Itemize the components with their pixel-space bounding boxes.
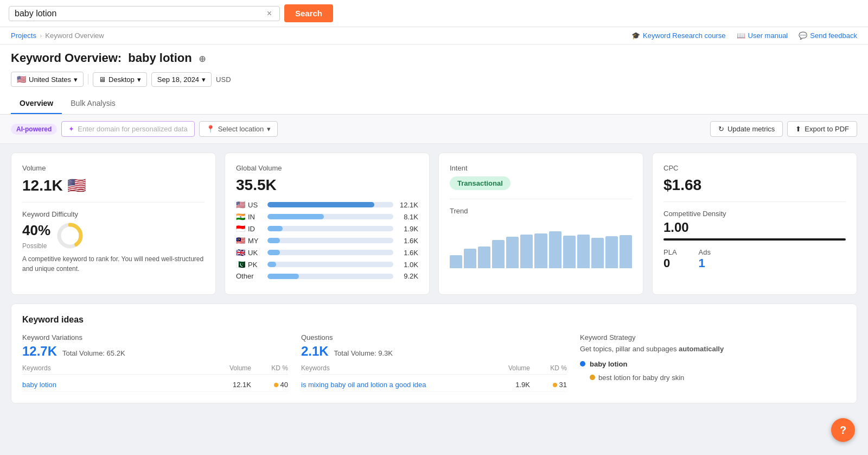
- questions-title: Questions: [301, 333, 567, 342]
- bar-row-us: 🇺🇸US 12.1K: [236, 200, 418, 209]
- add-keyword-icon[interactable]: ⊕: [199, 54, 206, 64]
- strategy-keyword-2: best lotion for baby dry skin: [598, 374, 684, 382]
- trend-bar-7: [534, 233, 547, 268]
- strategy-item-2: best lotion for baby dry skin: [590, 374, 846, 382]
- strategy-dot-yellow: [590, 375, 595, 380]
- send-feedback-link[interactable]: 💬 Send feedback: [799, 31, 857, 40]
- trend-chart: [450, 219, 632, 268]
- donut-chart: [56, 222, 84, 250]
- manual-icon: 📖: [737, 31, 745, 40]
- us-flag-icon: 🇺🇸: [17, 75, 26, 84]
- breadcrumb-current: Keyword Overview: [45, 31, 104, 40]
- intent-badge: Transactional: [450, 176, 510, 190]
- keyword-ideas-card: Keyword ideas Keyword Variations 12.7K T…: [11, 304, 857, 403]
- chevron-down-icon-date: ▾: [202, 75, 206, 84]
- update-metrics-button[interactable]: ↻ Update metrics: [710, 121, 783, 137]
- page-title: Keyword Overview: baby lotion ⊕: [11, 51, 857, 65]
- trend-bar-4: [492, 240, 505, 268]
- course-icon: 🎓: [631, 31, 640, 40]
- keyword-course-link[interactable]: 🎓 Keyword Research course: [631, 31, 725, 40]
- cards-row: Volume 12.1K 🇺🇸 Keyword Difficulty 40% P…: [11, 153, 857, 295]
- comp-density-fill: [663, 238, 846, 241]
- questions-total: Total Volume: 9.3K: [334, 349, 393, 357]
- variations-row: baby lotion 12.1K 40: [22, 378, 288, 392]
- tab-overview[interactable]: Overview: [11, 93, 62, 114]
- questions-col: Questions 2.1K Total Volume: 9.3K Keywor…: [301, 333, 567, 392]
- strategy-keyword-1: baby lotion: [590, 360, 627, 368]
- user-manual-link[interactable]: 📖 User manual: [737, 31, 788, 40]
- question-keyword[interactable]: is mixing baby oil and lotion a good ide…: [301, 381, 482, 389]
- variations-table-header: Keywords Volume KD %: [22, 364, 288, 375]
- domain-input-button[interactable]: ✦ Enter domain for personalized data: [61, 121, 194, 137]
- variation-keyword[interactable]: baby lotion: [22, 381, 203, 389]
- kd-value: 40%: [22, 222, 50, 239]
- intent-card: Intent Transactional Trend: [438, 153, 643, 295]
- ads-label: Ads: [699, 248, 711, 256]
- magic-wand-icon: ✦: [68, 125, 74, 133]
- global-volume-value: 35.5K: [236, 176, 418, 194]
- nav-links: 🎓 Keyword Research course 📖 User manual …: [631, 31, 857, 40]
- pla-ads-row: PLA 0 Ads 1: [663, 248, 846, 270]
- breadcrumb: Projects › Keyword Overview: [11, 31, 104, 40]
- refresh-icon: ↻: [718, 125, 724, 133]
- export-pdf-button[interactable]: ⬆ Export to PDF: [787, 121, 857, 137]
- bar-row-in: 🇮🇳IN 8.1K: [236, 212, 418, 221]
- breadcrumb-parent[interactable]: Projects: [11, 31, 36, 40]
- country-filter[interactable]: 🇺🇸 United States ▾: [11, 72, 84, 87]
- strategy-desc: Get topics, pillar and subpages automati…: [580, 344, 846, 355]
- pla-label: PLA: [663, 248, 677, 256]
- volume-label: Volume: [22, 164, 205, 172]
- bar-row-other: Other 9.2K: [236, 272, 418, 280]
- clear-button[interactable]: ×: [265, 9, 274, 18]
- ads-value: 1: [699, 256, 711, 270]
- questions-table-header: Keywords Volume KD %: [301, 364, 567, 375]
- keyword-ideas-cols: Keyword Variations 12.7K Total Volume: 6…: [22, 333, 846, 392]
- volume-card: Volume 12.1K 🇺🇸 Keyword Difficulty 40% P…: [11, 153, 216, 295]
- intent-label: Intent: [450, 164, 632, 172]
- questions-count[interactable]: 2.1K: [301, 344, 329, 358]
- main-content: Volume 12.1K 🇺🇸 Keyword Difficulty 40% P…: [0, 144, 868, 412]
- variation-volume: 12.1K: [208, 381, 251, 389]
- trend-bar-13: [620, 235, 632, 268]
- intent-divider: [450, 199, 632, 199]
- bar-row-my: 🇲🇾MY 1.6K: [236, 236, 418, 245]
- pla-item: PLA 0: [663, 248, 677, 270]
- trend-bar-5: [506, 237, 519, 268]
- search-button[interactable]: Search: [284, 4, 333, 22]
- variations-count[interactable]: 12.7K: [22, 344, 57, 358]
- filter-separator: [88, 74, 88, 85]
- kd-desc: A competitive keyword to rank for. You w…: [22, 254, 205, 274]
- strategy-title: Keyword Strategy: [580, 333, 846, 342]
- variations-col: Keyword Variations 12.7K Total Volume: 6…: [22, 333, 288, 392]
- comp-density-bar: [663, 238, 846, 241]
- trend-bar-2: [464, 249, 476, 268]
- location-select-button[interactable]: 📍 Select location ▾: [199, 121, 278, 137]
- volume-value: 12.1K 🇺🇸: [22, 176, 205, 194]
- variations-total: Total Volume: 65.2K: [62, 349, 125, 357]
- cpc-label: CPC: [663, 164, 846, 172]
- chevron-down-icon: ▾: [74, 75, 78, 84]
- feedback-icon: 💬: [799, 31, 807, 40]
- bar-row-id: 🇮🇩ID 1.9K: [236, 224, 418, 233]
- device-filter[interactable]: 🖥 Desktop ▾: [93, 72, 147, 87]
- cpc-divider: [663, 201, 846, 202]
- comp-density-label: Competitive Density: [663, 210, 846, 218]
- tab-bulk-analysis[interactable]: Bulk Analysis: [62, 93, 124, 114]
- comp-density-value: 1.00: [663, 220, 846, 235]
- upload-icon: ⬆: [795, 125, 801, 133]
- desktop-icon: 🖥: [99, 75, 106, 84]
- trend-bar-1: [450, 255, 462, 268]
- trend-bar-6: [520, 235, 533, 268]
- strategy-col: Keyword Strategy Get topics, pillar and …: [580, 333, 846, 392]
- trend-bar-8: [549, 231, 561, 268]
- date-filter[interactable]: Sep 18, 2024 ▾: [151, 72, 212, 87]
- question-kd: 31: [534, 381, 567, 389]
- trend-label: Trend: [450, 207, 632, 215]
- currency-label: USD: [216, 75, 231, 84]
- search-wrapper: ×: [9, 6, 280, 21]
- trend-bar-10: [577, 235, 590, 268]
- trend-bar-12: [605, 236, 618, 268]
- strategy-dot-blue: [580, 361, 585, 366]
- chevron-down-icon-location: ▾: [267, 125, 271, 133]
- search-input[interactable]: [15, 9, 265, 18]
